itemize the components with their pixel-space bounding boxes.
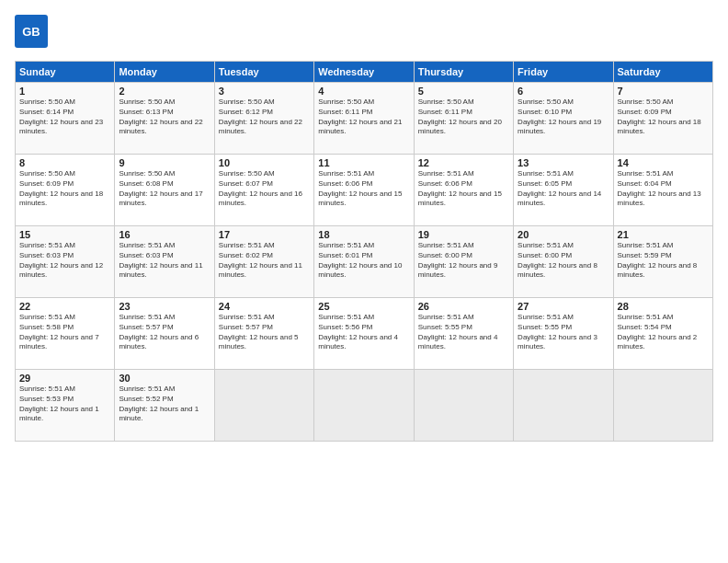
calendar-day-13: 13Sunrise: 5:51 AMSunset: 6:05 PMDayligh… [514,155,613,226]
day-info: Sunrise: 5:51 AMSunset: 5:55 PMDaylight:… [418,313,509,352]
svg-text:GB: GB [22,25,40,39]
calendar-day-8: 8Sunrise: 5:50 AMSunset: 6:09 PMDaylight… [16,155,115,226]
header: GB [15,15,713,52]
day-info: Sunrise: 5:50 AMSunset: 6:11 PMDaylight:… [318,98,409,137]
calendar-day-3: 3Sunrise: 5:50 AMSunset: 6:12 PMDaylight… [214,83,313,155]
day-info: Sunrise: 5:51 AMSunset: 6:03 PMDaylight:… [119,241,210,281]
calendar-day-empty [514,370,613,442]
calendar-day-6: 6Sunrise: 5:50 AMSunset: 6:10 PMDaylight… [514,83,613,155]
weekday-header-saturday: Saturday [613,62,712,83]
day-info: Sunrise: 5:50 AMSunset: 6:14 PMDaylight:… [19,98,110,137]
day-number: 29 [19,373,110,384]
day-number: 4 [318,86,409,97]
calendar-week-row: 8Sunrise: 5:50 AMSunset: 6:09 PMDaylight… [16,155,713,226]
day-number: 14 [618,157,709,168]
calendar-day-26: 26Sunrise: 5:51 AMSunset: 5:55 PMDayligh… [414,298,513,370]
calendar-day-30: 30Sunrise: 5:51 AMSunset: 5:52 PMDayligh… [115,370,214,442]
weekday-header-tuesday: Tuesday [214,62,313,83]
day-number: 8 [19,157,110,168]
day-number: 28 [618,301,709,312]
weekday-header-sunday: Sunday [16,62,115,83]
day-info: Sunrise: 5:51 AMSunset: 6:06 PMDaylight:… [418,169,509,209]
logo: GB [15,15,51,52]
page: GB SundayMondayTuesdayWednesdayThursdayF… [0,0,728,563]
day-number: 25 [318,301,409,312]
day-info: Sunrise: 5:51 AMSunset: 5:54 PMDaylight:… [618,313,709,352]
weekday-header-row: SundayMondayTuesdayWednesdayThursdayFrid… [16,62,713,83]
day-number: 10 [219,157,310,168]
day-number: 3 [219,86,310,97]
calendar-day-12: 12Sunrise: 5:51 AMSunset: 6:06 PMDayligh… [414,155,513,226]
day-number: 9 [119,157,210,168]
calendar-day-empty [314,370,414,442]
calendar-day-29: 29Sunrise: 5:51 AMSunset: 5:53 PMDayligh… [16,370,115,442]
day-number: 1 [19,86,110,97]
calendar-day-5: 5Sunrise: 5:50 AMSunset: 6:11 PMDaylight… [414,83,513,155]
day-info: Sunrise: 5:51 AMSunset: 6:00 PMDaylight:… [518,241,609,281]
day-number: 6 [518,86,609,97]
day-info: Sunrise: 5:50 AMSunset: 6:08 PMDaylight:… [119,169,210,209]
calendar-day-19: 19Sunrise: 5:51 AMSunset: 6:00 PMDayligh… [414,226,513,298]
day-number: 13 [518,157,609,168]
day-info: Sunrise: 5:50 AMSunset: 6:09 PMDaylight:… [618,98,709,137]
day-number: 16 [119,229,210,240]
weekday-header-thursday: Thursday [414,62,513,83]
day-info: Sunrise: 5:50 AMSunset: 6:07 PMDaylight:… [219,169,310,209]
logo-icon: GB [15,15,48,48]
day-info: Sunrise: 5:51 AMSunset: 5:57 PMDaylight:… [119,313,210,352]
calendar-day-15: 15Sunrise: 5:51 AMSunset: 6:03 PMDayligh… [16,226,115,298]
calendar-day-20: 20Sunrise: 5:51 AMSunset: 6:00 PMDayligh… [514,226,613,298]
calendar-day-11: 11Sunrise: 5:51 AMSunset: 6:06 PMDayligh… [314,155,414,226]
day-info: Sunrise: 5:51 AMSunset: 5:56 PMDaylight:… [318,313,409,352]
day-number: 12 [418,157,509,168]
day-info: Sunrise: 5:50 AMSunset: 6:09 PMDaylight:… [19,169,110,209]
calendar-day-4: 4Sunrise: 5:50 AMSunset: 6:11 PMDaylight… [314,83,414,155]
day-number: 20 [518,229,609,240]
day-info: Sunrise: 5:51 AMSunset: 5:55 PMDaylight:… [518,313,609,352]
day-number: 21 [618,229,709,240]
day-number: 17 [219,229,310,240]
calendar-day-21: 21Sunrise: 5:51 AMSunset: 5:59 PMDayligh… [613,226,712,298]
day-info: Sunrise: 5:50 AMSunset: 6:12 PMDaylight:… [219,98,310,137]
day-number: 23 [119,301,210,312]
calendar-day-9: 9Sunrise: 5:50 AMSunset: 6:08 PMDaylight… [115,155,214,226]
calendar-day-empty [214,370,313,442]
day-number: 22 [19,301,110,312]
day-number: 2 [119,86,210,97]
day-number: 11 [318,157,409,168]
day-number: 18 [318,229,409,240]
calendar-day-17: 17Sunrise: 5:51 AMSunset: 6:02 PMDayligh… [214,226,313,298]
calendar-day-10: 10Sunrise: 5:50 AMSunset: 6:07 PMDayligh… [214,155,313,226]
calendar-day-18: 18Sunrise: 5:51 AMSunset: 6:01 PMDayligh… [314,226,414,298]
calendar-week-row: 15Sunrise: 5:51 AMSunset: 6:03 PMDayligh… [16,226,713,298]
day-number: 24 [219,301,310,312]
day-number: 19 [418,229,509,240]
day-info: Sunrise: 5:50 AMSunset: 6:10 PMDaylight:… [518,98,609,137]
calendar-day-24: 24Sunrise: 5:51 AMSunset: 5:57 PMDayligh… [214,298,313,370]
day-info: Sunrise: 5:51 AMSunset: 6:05 PMDaylight:… [518,169,609,209]
weekday-header-friday: Friday [514,62,613,83]
day-info: Sunrise: 5:51 AMSunset: 6:00 PMDaylight:… [418,241,509,281]
calendar-day-2: 2Sunrise: 5:50 AMSunset: 6:13 PMDaylight… [115,83,214,155]
calendar-week-row: 29Sunrise: 5:51 AMSunset: 5:53 PMDayligh… [16,370,713,442]
calendar-week-row: 1Sunrise: 5:50 AMSunset: 6:14 PMDaylight… [16,83,713,155]
day-info: Sunrise: 5:51 AMSunset: 6:03 PMDaylight:… [19,241,110,281]
day-number: 7 [618,86,709,97]
day-info: Sunrise: 5:51 AMSunset: 6:02 PMDaylight:… [219,241,310,281]
calendar-week-row: 22Sunrise: 5:51 AMSunset: 5:58 PMDayligh… [16,298,713,370]
calendar-day-22: 22Sunrise: 5:51 AMSunset: 5:58 PMDayligh… [16,298,115,370]
day-info: Sunrise: 5:51 AMSunset: 5:57 PMDaylight:… [219,313,310,352]
day-number: 26 [418,301,509,312]
calendar-day-27: 27Sunrise: 5:51 AMSunset: 5:55 PMDayligh… [514,298,613,370]
calendar-day-empty [414,370,513,442]
day-info: Sunrise: 5:51 AMSunset: 6:01 PMDaylight:… [318,241,409,281]
day-info: Sunrise: 5:51 AMSunset: 5:58 PMDaylight:… [19,313,110,352]
calendar-day-23: 23Sunrise: 5:51 AMSunset: 5:57 PMDayligh… [115,298,214,370]
day-info: Sunrise: 5:51 AMSunset: 5:59 PMDaylight:… [618,241,709,281]
calendar-day-25: 25Sunrise: 5:51 AMSunset: 5:56 PMDayligh… [314,298,414,370]
calendar-day-14: 14Sunrise: 5:51 AMSunset: 6:04 PMDayligh… [613,155,712,226]
weekday-header-monday: Monday [115,62,214,83]
day-number: 30 [119,373,210,384]
day-number: 5 [418,86,509,97]
calendar-day-28: 28Sunrise: 5:51 AMSunset: 5:54 PMDayligh… [613,298,712,370]
